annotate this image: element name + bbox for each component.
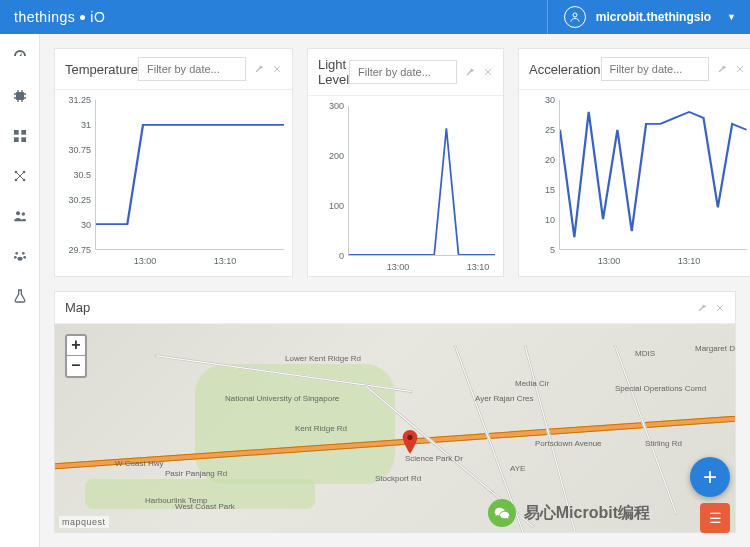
secondary-fab-button[interactable]: ☰ <box>700 503 730 533</box>
map-label: Pasir Panjang Rd <box>165 469 227 478</box>
wrench-icon[interactable] <box>697 303 707 313</box>
sidebar-item-users[interactable] <box>12 208 28 228</box>
map-panel: Map + – <box>54 291 736 533</box>
user-menu[interactable]: microbit.thethingsio ▼ <box>547 0 736 34</box>
svg-point-17 <box>407 435 412 440</box>
plot-area <box>348 106 495 256</box>
chart-panel-light-level: Light Level 300200100013:0013:10 <box>307 48 504 277</box>
chevron-down-icon: ▼ <box>727 12 736 22</box>
y-tick: 30.75 <box>59 145 91 155</box>
y-tick: 31 <box>59 120 91 130</box>
svg-point-12 <box>15 252 18 255</box>
sidebar-item-dashboard[interactable] <box>12 48 28 68</box>
map-label: AYE <box>510 464 525 473</box>
y-tick: 0 <box>312 251 344 261</box>
svg-point-15 <box>23 256 26 259</box>
app-header: thethingsiO microbit.thethingsio ▼ <box>0 0 750 34</box>
map-marker-icon[interactable] <box>402 430 418 454</box>
svg-point-14 <box>14 256 17 259</box>
y-tick: 200 <box>312 151 344 161</box>
zoom-out-button[interactable]: – <box>67 356 85 376</box>
y-tick: 10 <box>523 215 555 225</box>
add-fab-button[interactable]: + <box>690 457 730 497</box>
map-label: Stirling Rd <box>645 439 682 448</box>
wrench-icon[interactable] <box>717 64 727 74</box>
map-label: Kent Ridge Rd <box>295 424 347 433</box>
zoom-control: + – <box>65 334 87 378</box>
map-label: MDIS <box>635 349 655 358</box>
sidebar-item-pets[interactable] <box>12 248 28 268</box>
wechat-icon <box>488 499 516 527</box>
main-content: Temperature 31.253130.7530.530.253029.75… <box>40 34 750 547</box>
user-name: microbit.thethingsio <box>596 10 711 24</box>
y-tick: 29.75 <box>59 245 91 255</box>
brand-logo[interactable]: thethingsiO <box>14 9 105 25</box>
x-tick: 13:00 <box>134 256 157 266</box>
x-tick: 13:10 <box>678 256 701 266</box>
panel-title: Light Level <box>318 57 349 87</box>
x-tick: 13:10 <box>214 256 237 266</box>
svg-rect-3 <box>21 130 26 135</box>
map-label: West Coast Park <box>175 502 235 511</box>
zoom-in-button[interactable]: + <box>67 336 85 356</box>
y-tick: 30 <box>523 95 555 105</box>
y-tick: 15 <box>523 185 555 195</box>
svg-point-13 <box>22 252 25 255</box>
date-filter-input[interactable] <box>601 57 709 81</box>
y-tick: 25 <box>523 125 555 135</box>
y-tick: 31.25 <box>59 95 91 105</box>
y-tick: 30 <box>59 220 91 230</box>
map-label: Science Park Dr <box>405 454 463 463</box>
charts-row: Temperature 31.253130.7530.530.253029.75… <box>54 48 736 277</box>
y-tick: 100 <box>312 201 344 211</box>
date-filter-input[interactable] <box>138 57 246 81</box>
close-icon[interactable] <box>272 64 282 74</box>
y-tick: 5 <box>523 245 555 255</box>
watermark: 易心Microbit编程 <box>488 499 650 527</box>
svg-point-10 <box>16 211 20 215</box>
panel-title: Temperature <box>65 62 138 77</box>
y-tick: 20 <box>523 155 555 165</box>
y-tick: 300 <box>312 101 344 111</box>
close-icon[interactable] <box>483 67 493 77</box>
sidebar-item-chip[interactable] <box>12 88 28 108</box>
map-title: Map <box>65 300 90 315</box>
map-attribution: mapquest <box>59 516 109 528</box>
svg-point-16 <box>17 257 22 261</box>
sidebar-item-apps[interactable] <box>12 128 28 148</box>
date-filter-input[interactable] <box>349 60 457 84</box>
y-tick: 30.25 <box>59 195 91 205</box>
plot-area <box>559 100 747 250</box>
chart-panel-acceleration: Acceleration 3025201510513:0013:10 <box>518 48 750 277</box>
wrench-icon[interactable] <box>254 64 264 74</box>
svg-rect-5 <box>21 137 26 142</box>
x-tick: 13:00 <box>387 262 410 272</box>
chart-panel-temperature: Temperature 31.253130.7530.530.253029.75… <box>54 48 293 277</box>
map-label: W Coast Hwy <box>115 459 163 468</box>
map-label: Margaret Dr <box>695 344 735 353</box>
y-tick: 30.5 <box>59 170 91 180</box>
svg-rect-1 <box>16 92 24 100</box>
x-tick: 13:00 <box>598 256 621 266</box>
map-label: National University of Singapore <box>225 394 339 403</box>
map-label: Stockport Rd <box>375 474 421 483</box>
map-label: Special Operations Comd <box>615 384 706 393</box>
wrench-icon[interactable] <box>465 67 475 77</box>
map-label: Media Cir <box>515 379 549 388</box>
avatar-icon <box>564 6 586 28</box>
map-label: Portsdown Avenue <box>535 439 602 448</box>
svg-rect-2 <box>14 130 19 135</box>
close-icon[interactable] <box>735 64 745 74</box>
sidebar-item-lab[interactable] <box>12 288 28 308</box>
sidebar <box>0 34 40 547</box>
sidebar-item-network[interactable] <box>12 168 28 188</box>
svg-rect-4 <box>14 137 19 142</box>
x-tick: 13:10 <box>467 262 490 272</box>
map-label: Lower Kent Ridge Rd <box>285 354 361 363</box>
plot-area <box>95 100 284 250</box>
map-label: Ayer Rajan Cres <box>475 394 534 403</box>
svg-point-0 <box>573 13 577 17</box>
panel-title: Acceleration <box>529 62 601 77</box>
close-icon[interactable] <box>715 303 725 313</box>
svg-point-11 <box>21 212 24 215</box>
